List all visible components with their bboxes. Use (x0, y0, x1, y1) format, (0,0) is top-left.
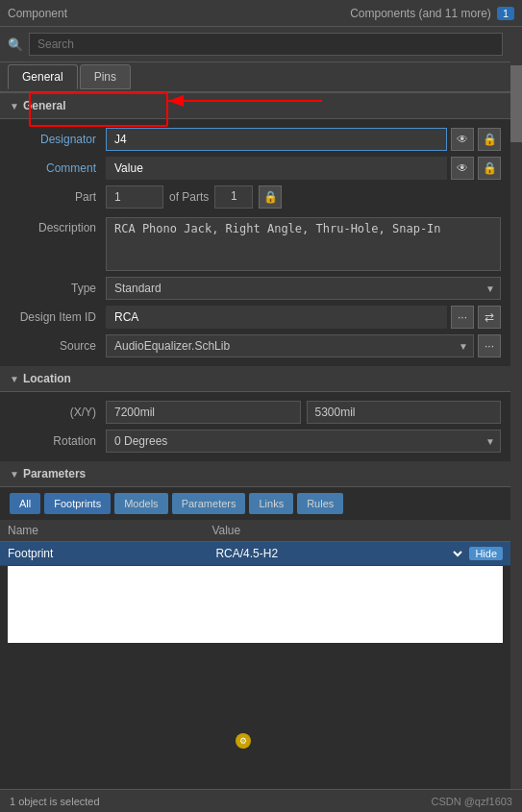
description-value: RCA Phono Jack, Right Angle, Thru-Hole, … (106, 217, 501, 271)
rotation-value: 0 Degrees 90 Degrees 180 Degrees 270 Deg… (106, 430, 501, 453)
xy-value (106, 401, 501, 424)
comment-label: Comment (10, 161, 106, 175)
search-icon: 🔍 (8, 37, 23, 52)
design-item-id-label: Design Item ID (10, 310, 106, 324)
scroll-thumb[interactable] (510, 65, 522, 142)
type-value: Standard ▼ (106, 277, 501, 300)
design-item-id-sync-icon[interactable]: ⇄ (478, 306, 501, 329)
section-parameters-header[interactable]: ▼ Parameters (0, 461, 510, 487)
rotation-row: Rotation 0 Degrees 90 Degrees 180 Degree… (0, 427, 510, 455)
description-label: Description (10, 217, 106, 234)
filter-buttons: All Footprints Models Parameters Links R… (0, 487, 510, 520)
parts-lock-icon[interactable]: 🔒 (259, 185, 282, 209)
xy-row: (X/Y) (0, 398, 510, 427)
table-header-name: Name (0, 520, 204, 542)
empty-area (8, 566, 503, 643)
source-select[interactable]: AudioEqualizer.SchLib (106, 334, 474, 357)
components-label: Components (and 11 more) (350, 7, 491, 20)
footprint-value-wrap: RCA/4.5-H2 Hide (211, 546, 503, 561)
general-section-label: General (23, 99, 66, 112)
hide-button[interactable]: Hide (469, 547, 503, 560)
xy-label: (X/Y) (10, 406, 106, 419)
part-select[interactable]: 1 (106, 185, 163, 209)
tab-general[interactable]: General (8, 64, 78, 89)
chevron-down-icon: ▼ (10, 469, 19, 480)
type-select[interactable]: Standard (106, 277, 501, 300)
parameters-content: All Footprints Models Parameters Links R… (0, 487, 510, 643)
location-props: (X/Y) Rotation 0 Degrees 90 Degrees 180 … (0, 392, 510, 461)
comment-input[interactable] (106, 157, 447, 180)
status-bar: 1 object is selected CSDN @qzf1603 (0, 789, 522, 812)
filter-rules-button[interactable]: Rules (297, 493, 343, 514)
search-bar: 🔍 (0, 27, 510, 62)
footprint-name-cell: Footprint (0, 542, 204, 566)
part-value: 1 of Parts 1 🔒 (106, 185, 501, 209)
xy-inputs (106, 401, 501, 424)
filter-all-button[interactable]: All (10, 493, 40, 514)
source-row: Source AudioEqualizer.SchLib ▼ ··· (0, 332, 510, 360)
tab-pins[interactable]: Pins (80, 64, 131, 89)
status-text: 1 object is selected (10, 796, 100, 807)
scrollbar[interactable] (510, 27, 522, 789)
x-input[interactable] (106, 401, 301, 424)
filter-models-button[interactable]: Models (114, 493, 167, 514)
filter-parameters-button[interactable]: Parameters (172, 493, 246, 514)
source-value: AudioEqualizer.SchLib ▼ ··· (106, 334, 501, 357)
source-select-wrap: AudioEqualizer.SchLib ▼ (106, 334, 474, 357)
filter-links-button[interactable]: Links (249, 493, 293, 514)
table-row[interactable]: Footprint RCA/4.5-H2 Hide (0, 542, 510, 566)
part-label: Part (10, 190, 106, 204)
source-dots-button[interactable]: ··· (478, 334, 501, 357)
rotation-select[interactable]: 0 Degrees 90 Degrees 180 Degrees 270 Deg… (106, 430, 501, 453)
count-badge: 1 (497, 7, 514, 20)
parameters-section-label: Parameters (23, 467, 86, 480)
main-content: 🔍 General Pins ▼ General Designator (0, 27, 522, 789)
designator-row: Designator 👁 🔒 (0, 125, 510, 154)
location-section-label: Location (23, 372, 71, 385)
parameters-table: Name Value Footprint RCA/4.5-H2 Hide (0, 520, 510, 566)
comment-value: 👁 🔒 (106, 157, 501, 180)
designator-label: Designator (10, 133, 106, 146)
table-header-value: Value (204, 520, 510, 542)
designator-input[interactable] (106, 128, 447, 151)
parts-count: 1 (214, 185, 253, 209)
component-label: Component (8, 7, 67, 20)
chevron-down-icon: ▼ (10, 374, 19, 384)
general-props: Designator 👁 🔒 Comment 👁 🔒 Part 1 (0, 119, 510, 366)
y-input[interactable] (307, 401, 502, 424)
type-label: Type (10, 282, 106, 295)
design-item-id-row: Design Item ID ··· ⇄ (0, 303, 510, 332)
type-row: Type Standard ▼ (0, 274, 510, 303)
comment-eye-icon[interactable]: 👁 (451, 157, 474, 180)
watermark: CSDN @qzf1603 (431, 796, 512, 807)
filter-footprints-button[interactable]: Footprints (44, 493, 111, 514)
section-location-header[interactable]: ▼ Location (0, 366, 510, 392)
design-item-id-input[interactable] (106, 306, 447, 329)
rotation-label: Rotation (10, 434, 106, 448)
footprint-value-select[interactable]: RCA/4.5-H2 (211, 546, 465, 561)
part-row: Part 1 of Parts 1 🔒 (0, 183, 510, 211)
of-parts-label: of Parts (169, 190, 209, 204)
designator-value: 👁 🔒 (106, 128, 501, 151)
top-bar: Component Components (and 11 more) 1 (0, 0, 522, 27)
chevron-down-icon: ▼ (10, 101, 19, 111)
description-input[interactable]: RCA Phono Jack, Right Angle, Thru-Hole, … (106, 217, 501, 271)
red-arrow-annotation (163, 86, 327, 118)
design-item-id-dots-button[interactable]: ··· (451, 306, 474, 329)
comment-row: Comment 👁 🔒 (0, 154, 510, 183)
rotation-select-wrap: 0 Degrees 90 Degrees 180 Degrees 270 Deg… (106, 430, 501, 453)
designator-lock-icon[interactable]: 🔒 (478, 128, 501, 151)
description-row: Description RCA Phono Jack, Right Angle,… (0, 211, 510, 274)
footprint-value-cell: RCA/4.5-H2 Hide (204, 542, 510, 566)
designator-eye-icon[interactable]: 👁 (451, 128, 474, 151)
source-label: Source (10, 339, 106, 353)
small-status-icon: ⚙ (236, 733, 251, 749)
design-item-id-value: ··· ⇄ (106, 306, 501, 329)
type-select-wrap: Standard ▼ (106, 277, 501, 300)
search-input[interactable] (29, 33, 503, 56)
comment-lock-icon[interactable]: 🔒 (478, 157, 501, 180)
